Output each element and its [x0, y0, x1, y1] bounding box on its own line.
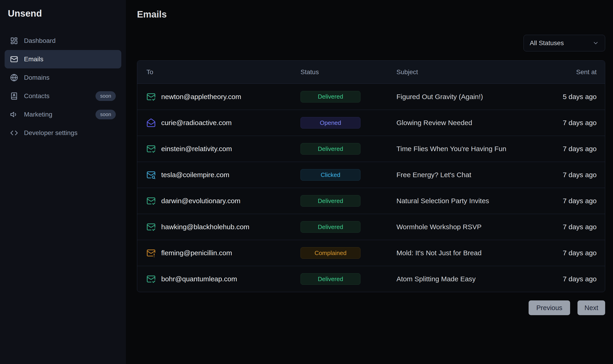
dashboard-icon — [10, 37, 18, 45]
previous-button[interactable]: Previous — [529, 300, 570, 315]
mail-check-icon — [147, 222, 156, 232]
page-title: Emails — [137, 9, 605, 20]
recipient-email: tesla@coilempire.com — [161, 171, 230, 179]
status-filter-dropdown[interactable]: All Statuses — [524, 35, 605, 51]
email-subject: Figured Out Gravity (Again!) — [396, 93, 483, 101]
mail-check-icon — [147, 92, 156, 101]
sent-at-cell: 7 days ago — [536, 223, 605, 231]
globe-icon — [10, 74, 18, 81]
subject-cell: Atom Splitting Made Easy — [396, 275, 536, 283]
mail-check-icon — [147, 144, 156, 154]
status-cell: Opened — [299, 117, 396, 129]
subject-cell: Time Flies When You're Having Fun — [396, 145, 536, 153]
status-cell: Delivered — [299, 221, 396, 233]
subject-cell: Mold: It's Not Just for Bread — [396, 249, 536, 257]
sidebar-item-developer-settings[interactable]: Developer settings — [5, 124, 121, 142]
subject-cell: Free Energy? Let's Chat — [396, 171, 536, 179]
table-row[interactable]: fleming@penicillin.com Complained Mold: … — [137, 240, 605, 266]
status-cell: Delivered — [299, 195, 396, 207]
subject-cell: Natural Selection Party Invites — [396, 197, 536, 205]
sidebar: Unsend Dashboard Emails Domains Contacts… — [0, 0, 126, 364]
status-badge: Delivered — [300, 195, 360, 207]
mail-icon — [10, 55, 18, 63]
sent-at-cell: 5 days ago — [536, 93, 605, 101]
main-content: Emails All Statuses To Status Subject Se… — [126, 0, 613, 364]
sent-at-cell: 7 days ago — [536, 119, 605, 127]
megaphone-icon — [10, 111, 18, 118]
status-badge: Delivered — [300, 91, 360, 103]
status-cell: Delivered — [299, 273, 396, 285]
recipient-email: newton@appletheory.com — [161, 93, 241, 101]
email-subject: Glowing Review Needed — [396, 119, 472, 127]
mail-check-icon — [147, 274, 156, 284]
email-subject: Atom Splitting Made Easy — [396, 275, 476, 283]
table-row[interactable]: tesla@coilempire.com Clicked Free Energy… — [137, 162, 605, 188]
code-icon — [10, 129, 18, 137]
column-header-sent-at: Sent at — [536, 68, 605, 76]
status-filter-value: All Statuses — [530, 39, 564, 47]
sent-at-cell: 7 days ago — [536, 171, 605, 179]
sent-at-cell: 7 days ago — [536, 145, 605, 153]
sidebar-item-emails[interactable]: Emails — [5, 50, 121, 68]
sent-at-cell: 7 days ago — [536, 249, 605, 257]
column-header-to: To — [137, 68, 299, 76]
to-cell: einstein@relativity.com — [137, 144, 299, 154]
to-cell: tesla@coilempire.com — [137, 170, 299, 180]
table-row[interactable]: einstein@relativity.com Delivered Time F… — [137, 136, 605, 162]
table-row[interactable]: curie@radioactive.com Opened Glowing Rev… — [137, 110, 605, 136]
status-badge: Opened — [300, 117, 360, 129]
recipient-email: hawking@blackholehub.com — [161, 223, 249, 231]
to-cell: fleming@penicillin.com — [137, 248, 299, 258]
email-subject: Wormhole Workshop RSVP — [396, 223, 482, 231]
soon-badge: soon — [95, 91, 116, 101]
sidebar-item-dashboard[interactable]: Dashboard — [5, 32, 121, 50]
table-row[interactable]: newton@appletheory.com Delivered Figured… — [137, 84, 605, 110]
sidebar-item-contacts[interactable]: Contacts soon — [5, 87, 121, 105]
chevron-down-icon — [592, 40, 599, 46]
subject-cell: Glowing Review Needed — [396, 119, 536, 127]
status-cell: Complained — [299, 247, 396, 259]
table-body: newton@appletheory.com Delivered Figured… — [137, 84, 605, 292]
status-cell: Clicked — [299, 169, 396, 181]
app-title: Unsend — [0, 8, 126, 19]
to-cell: hawking@blackholehub.com — [137, 222, 299, 232]
subject-cell: Wormhole Workshop RSVP — [396, 223, 536, 231]
recipient-email: fleming@penicillin.com — [161, 249, 232, 257]
email-subject: Time Flies When You're Having Fun — [396, 145, 506, 153]
status-badge: Clicked — [300, 169, 360, 181]
table-row[interactable]: hawking@blackholehub.com Delivered Wormh… — [137, 214, 605, 240]
mail-check-icon — [147, 196, 156, 206]
soon-badge: soon — [95, 110, 116, 119]
sidebar-item-domains[interactable]: Domains — [5, 68, 121, 87]
emails-table: To Status Subject Sent at newton@appleth… — [137, 60, 605, 292]
mail-open-icon — [147, 118, 156, 127]
sidebar-item-marketing[interactable]: Marketing soon — [5, 105, 121, 124]
status-cell: Delivered — [299, 91, 396, 103]
column-header-subject: Subject — [396, 68, 536, 76]
mail-search-icon — [147, 170, 156, 180]
email-subject: Mold: It's Not Just for Bread — [396, 249, 482, 257]
column-header-status: Status — [299, 68, 396, 76]
recipient-email: bohr@quantumleap.com — [161, 275, 237, 283]
email-subject: Natural Selection Party Invites — [396, 197, 489, 205]
sidebar-nav: Dashboard Emails Domains Contacts soon M… — [0, 32, 126, 142]
recipient-email: curie@radioactive.com — [161, 119, 232, 127]
to-cell: newton@appletheory.com — [137, 92, 299, 101]
status-badge: Delivered — [300, 143, 360, 155]
pagination: Previous Next — [137, 300, 605, 315]
subject-cell: Figured Out Gravity (Again!) — [396, 93, 536, 101]
table-row[interactable]: darwin@evolutionary.com Delivered Natura… — [137, 188, 605, 214]
sent-at-cell: 7 days ago — [536, 275, 605, 283]
status-badge: Delivered — [300, 221, 360, 233]
mail-warning-icon — [147, 248, 156, 258]
next-button[interactable]: Next — [577, 300, 605, 315]
table-row[interactable]: bohr@quantumleap.com Delivered Atom Spli… — [137, 266, 605, 292]
status-badge: Delivered — [300, 273, 360, 285]
status-badge: Complained — [300, 247, 360, 259]
recipient-email: darwin@evolutionary.com — [161, 197, 240, 205]
to-cell: darwin@evolutionary.com — [137, 196, 299, 206]
filter-row: All Statuses — [137, 35, 605, 51]
recipient-email: einstein@relativity.com — [161, 145, 232, 153]
to-cell: bohr@quantumleap.com — [137, 274, 299, 284]
contacts-book-icon — [10, 92, 18, 100]
